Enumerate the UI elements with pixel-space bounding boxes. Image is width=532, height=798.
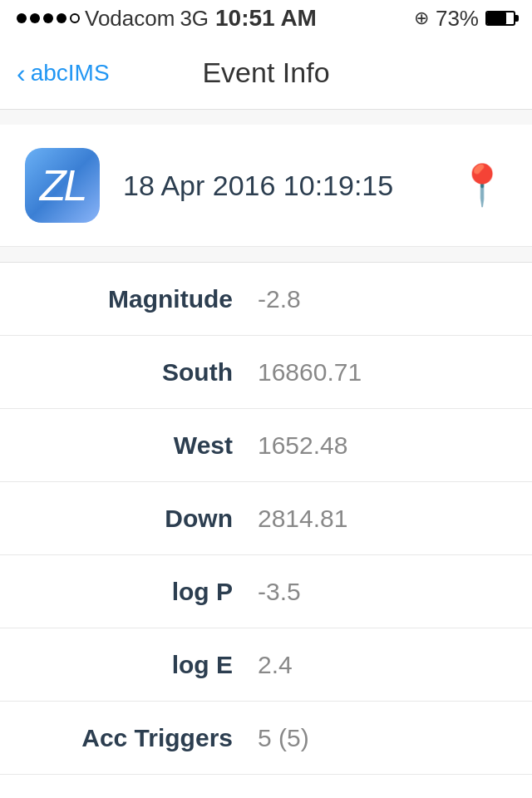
field-value: 1652.48: [258, 431, 347, 460]
table-row: Acc Triggers5 (5): [0, 702, 532, 775]
signal-dot-3: [43, 13, 53, 23]
status-bar: Vodacom 3G 10:51 AM ⊕ 73%: [0, 0, 532, 37]
status-time: 10:51 AM: [215, 5, 317, 32]
chevron-left-icon: ‹: [17, 60, 26, 86]
field-label: log E: [25, 651, 258, 679]
table-row: Magnitude-2.8: [0, 263, 532, 336]
signal-dot-4: [57, 13, 66, 23]
table-row: log E2.4: [0, 628, 532, 702]
battery-percentage: 73%: [436, 6, 479, 32]
field-label: Magnitude: [25, 285, 258, 313]
battery-icon: [485, 11, 515, 26]
network-label: 3G: [180, 6, 209, 32]
app-icon-text: ZL: [40, 164, 86, 207]
battery-fill: [487, 12, 506, 24]
back-button[interactable]: ‹ abcIMS: [17, 60, 110, 86]
location-pin-icon[interactable]: 📍: [457, 162, 507, 209]
carrier-label: Vodacom: [85, 6, 175, 32]
field-value: 5 (5): [258, 724, 309, 752]
table-row: 2D WorkplaceTest 2D: [0, 775, 532, 798]
field-label: South: [25, 358, 258, 387]
signal-dot-2: [30, 13, 40, 23]
field-label: log P: [25, 578, 258, 606]
page-title: Event Info: [202, 57, 329, 89]
signal-dot-1: [17, 13, 27, 23]
table-row: Down2814.81: [0, 482, 532, 555]
field-value: -3.5: [258, 578, 301, 606]
field-value: -2.8: [258, 285, 301, 313]
field-value: 2.4: [258, 651, 293, 679]
table-row: West1652.48: [0, 409, 532, 482]
lock-icon: ⊕: [414, 7, 429, 29]
field-label: Acc Triggers: [25, 724, 258, 752]
field-label: West: [25, 431, 258, 460]
status-left: Vodacom 3G: [17, 6, 209, 32]
nav-bar: ‹ abcIMS Event Info: [0, 37, 532, 110]
event-header: ZL 18 Apr 2016 10:19:15 📍: [0, 125, 532, 247]
app-icon: ZL: [25, 148, 100, 223]
signal-dots: [17, 13, 80, 23]
event-datetime: 18 Apr 2016 10:19:15: [123, 170, 434, 202]
table-row: log P-3.5: [0, 555, 532, 628]
app-icon-row: ZL 18 Apr 2016 10:19:15 📍: [0, 125, 532, 247]
field-label: Down: [25, 505, 258, 533]
back-label: abcIMS: [31, 60, 110, 86]
field-value: 2814.81: [258, 505, 347, 533]
data-section: Magnitude-2.8South16860.71West1652.48Dow…: [0, 262, 532, 798]
signal-dot-5: [70, 13, 80, 23]
status-right: ⊕ 73%: [414, 6, 515, 32]
field-value: 16860.71: [258, 358, 362, 387]
table-row: South16860.71: [0, 336, 532, 409]
